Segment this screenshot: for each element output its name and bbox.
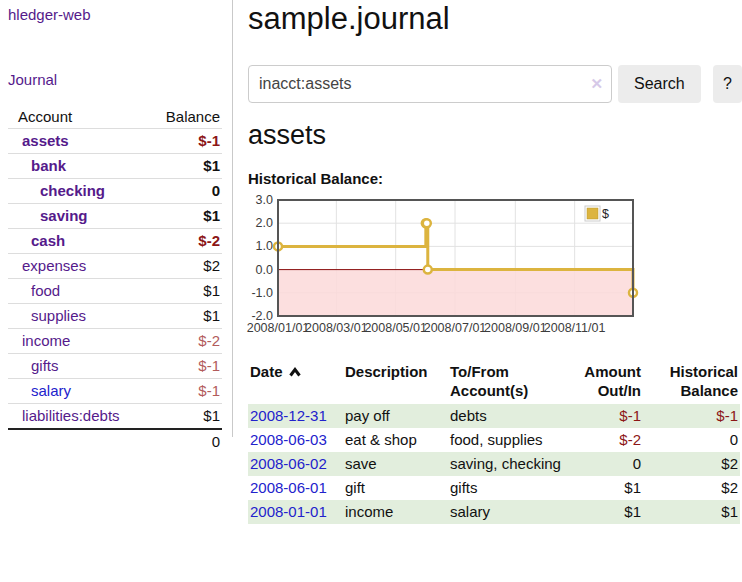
- svg-text:3.0: 3.0: [256, 193, 273, 207]
- register-date-cell: 2008-06-01: [248, 476, 343, 500]
- clear-search-icon[interactable]: ✕: [590, 74, 603, 94]
- register-amount-cell: $-2: [573, 428, 643, 452]
- register-balance-cell: $-1: [643, 404, 740, 428]
- account-balance: $-2: [143, 329, 222, 354]
- page-title: sample.journal: [248, 0, 742, 38]
- account-link[interactable]: saving: [40, 207, 88, 224]
- date-link[interactable]: 2008-01-01: [250, 503, 327, 520]
- register-date-cell: 2008-06-03: [248, 428, 343, 452]
- svg-text:2008/11/01: 2008/11/01: [544, 321, 606, 335]
- account-row: food$1: [8, 279, 222, 304]
- register-balance-cell: 0: [643, 428, 740, 452]
- register-header-accounts: To/From Account(s): [448, 360, 573, 404]
- account-balance: $-1: [143, 354, 222, 379]
- register-row[interactable]: 2008-01-01incomesalary$1$1: [248, 500, 740, 524]
- sort-ascending-icon: [288, 366, 302, 378]
- hledger-web-page: hledger-web Journal Account Balance asse…: [0, 0, 742, 582]
- search-button[interactable]: Search: [618, 65, 701, 103]
- account-row: cash$-2: [8, 229, 222, 254]
- register-header-description: Description: [343, 360, 448, 404]
- account-balance: $1: [143, 404, 222, 430]
- svg-text:2008/01/01: 2008/01/01: [247, 321, 310, 335]
- help-button[interactable]: ?: [713, 65, 742, 103]
- svg-text:-1.0: -1.0: [251, 286, 273, 300]
- register-row[interactable]: 2008-12-31pay offdebts$-1$-1: [248, 404, 740, 428]
- svg-text:0.0: 0.0: [256, 263, 273, 277]
- accounts-total-value: 0: [143, 429, 222, 454]
- account-link[interactable]: assets: [22, 132, 69, 149]
- account-link[interactable]: cash: [31, 232, 65, 249]
- register-date-cell: 2008-06-02: [248, 452, 343, 476]
- svg-text:1.0: 1.0: [256, 239, 273, 253]
- register-accounts-cell: saving, checking: [448, 452, 573, 476]
- register-amount-cell: 0: [573, 452, 643, 476]
- account-row: saving$1: [8, 204, 222, 229]
- register-date-cell: 2008-12-31: [248, 404, 343, 428]
- account-balance: $1: [143, 154, 222, 179]
- register-row[interactable]: 2008-06-02savesaving, checking0$2: [248, 452, 740, 476]
- register-description-cell: eat & shop: [343, 428, 448, 452]
- account-link[interactable]: bank: [31, 157, 66, 174]
- account-link[interactable]: food: [31, 282, 60, 299]
- account-balance: $-2: [143, 229, 222, 254]
- account-balance: 0: [143, 179, 222, 204]
- accounts-header-balance: Balance: [143, 105, 222, 129]
- main-content: sample.journal ✕ Search ? assets Histori…: [248, 0, 742, 582]
- accounts-table: Account Balance assets$-1bank$1checking0…: [8, 105, 222, 454]
- register-row[interactable]: 2008-06-03eat & shopfood, supplies$-20: [248, 428, 740, 452]
- register-accounts-cell: salary: [448, 500, 573, 524]
- account-balance: $1: [143, 304, 222, 329]
- search-input[interactable]: [248, 65, 612, 103]
- sidebar: hledger-web Journal Account Balance asse…: [0, 0, 233, 437]
- account-row: liabilities:debts$1: [8, 404, 222, 430]
- account-link[interactable]: liabilities:debts: [22, 407, 120, 424]
- account-row: checking0: [8, 179, 222, 204]
- account-balance: $2: [143, 254, 222, 279]
- register-balance-cell: $2: [643, 476, 740, 500]
- account-row: gifts$-1: [8, 354, 222, 379]
- account-link[interactable]: expenses: [22, 257, 86, 274]
- register-header-date[interactable]: Date: [248, 360, 343, 404]
- account-link[interactable]: salary: [31, 382, 71, 399]
- register-accounts-cell: debts: [448, 404, 573, 428]
- account-row: bank$1: [8, 154, 222, 179]
- register-balance-cell: $2: [643, 452, 740, 476]
- account-row: supplies$1: [8, 304, 222, 329]
- account-balance: $-1: [143, 129, 222, 154]
- svg-text:2008/07/01: 2008/07/01: [424, 321, 487, 335]
- account-link[interactable]: checking: [40, 182, 105, 199]
- register-row[interactable]: 2008-06-01giftgifts$1$2: [248, 476, 740, 500]
- account-link[interactable]: supplies: [31, 307, 86, 324]
- register-header-row: Date Description To/From Account(s) Amou…: [248, 360, 740, 404]
- date-link[interactable]: 2008-06-03: [250, 431, 327, 448]
- sidebar-accounts-body: assets$-1bank$1checking0saving$1cash$-2e…: [8, 129, 222, 430]
- register-description-cell: income: [343, 500, 448, 524]
- register-table: Date Description To/From Account(s) Amou…: [248, 360, 740, 524]
- search-form: ✕ Search ?: [248, 65, 742, 103]
- accounts-total-row: 0: [8, 429, 222, 454]
- account-balance: $-1: [143, 379, 222, 404]
- account-link[interactable]: income: [22, 332, 70, 349]
- register-body: 2008-12-31pay offdebts$-1$-12008-06-03ea…: [248, 404, 740, 524]
- sidebar-item-journal[interactable]: Journal: [8, 71, 57, 88]
- svg-text:2008/09/01: 2008/09/01: [484, 321, 547, 335]
- search-input-wrap: ✕: [248, 65, 612, 103]
- historical-balance-chart: $3.02.01.00.0-1.0-2.02008/01/012008/03/0…: [248, 198, 648, 344]
- app-title-link[interactable]: hledger-web: [8, 6, 91, 23]
- account-row: income$-2: [8, 329, 222, 354]
- register-accounts-cell: gifts: [448, 476, 573, 500]
- account-balance: $1: [143, 204, 222, 229]
- date-link[interactable]: 2008-06-01: [250, 479, 327, 496]
- date-link[interactable]: 2008-12-31: [250, 407, 327, 424]
- account-row: expenses$2: [8, 254, 222, 279]
- register-balance-cell: $1: [643, 500, 740, 524]
- svg-text:2008/05/01: 2008/05/01: [364, 321, 427, 335]
- register-header-amount: Amount Out/In: [573, 360, 643, 404]
- account-link[interactable]: gifts: [31, 357, 59, 374]
- date-link[interactable]: 2008-06-02: [250, 455, 327, 472]
- account-row: salary$-1: [8, 379, 222, 404]
- svg-text:2008/03/01: 2008/03/01: [305, 321, 368, 335]
- accounts-header-row: Account Balance: [8, 105, 222, 129]
- svg-text:2.0: 2.0: [256, 216, 273, 230]
- svg-text:$: $: [602, 207, 609, 221]
